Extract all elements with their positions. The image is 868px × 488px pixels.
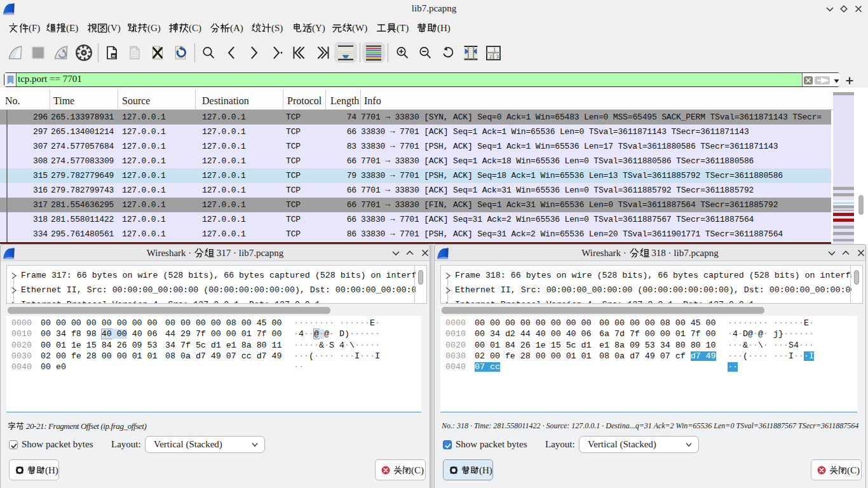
svg-text:3: 3 [496,53,499,59]
svg-text:1: 1 [493,46,496,52]
svg-text:0111: 0111 [132,55,138,58]
svg-text:2: 2 [489,53,492,59]
